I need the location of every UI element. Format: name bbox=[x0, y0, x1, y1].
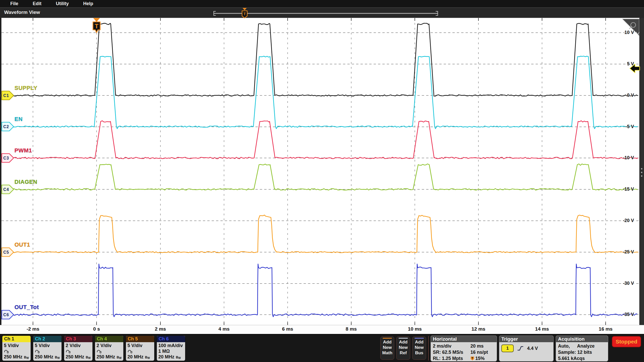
bottom-bar: Horizontal 2 ms/div20 msSR: 62.5 MS/s16 … bbox=[0, 334, 644, 362]
trigger-position-icon bbox=[470, 356, 474, 361]
view-title: Waveform View bbox=[4, 10, 40, 15]
divider bbox=[428, 336, 429, 360]
acquisition-panel-title: Acquisition bbox=[556, 336, 608, 342]
channel-badge-ch1[interactable]: Ch 15 V/div250 MHzBW bbox=[2, 335, 31, 361]
channel-badge-header: Ch 2 bbox=[33, 336, 62, 342]
menu-file[interactable]: File bbox=[10, 1, 18, 6]
probe-icon-row bbox=[35, 349, 60, 354]
x-axis-label: 2 ms bbox=[149, 326, 172, 332]
y-axis-label: 10 V bbox=[616, 30, 634, 35]
channel-badge-body: 2 V/div250 MHzBW bbox=[64, 342, 92, 360]
channel-scale: 2 V/div bbox=[97, 343, 122, 349]
rising-edge-icon bbox=[517, 345, 524, 351]
channel-bandwidth: 250 MHzBW bbox=[4, 354, 29, 360]
y-axis-label: 5 V bbox=[616, 61, 634, 67]
channel-badge-ch4[interactable]: Ch 42 V/div250 MHzBW bbox=[95, 335, 124, 361]
channel-badge-ch5[interactable]: Ch 55 V/div20 MHzBW bbox=[126, 335, 154, 361]
channel-badge-body: 5 V/div20 MHzBW bbox=[126, 342, 154, 360]
y-axis-label: -10 V bbox=[616, 155, 634, 161]
x-axis-label: 12 ms bbox=[467, 326, 490, 332]
add-new-bus-button[interactable]: AddNewBus bbox=[412, 337, 426, 360]
wave-label-diagen: DIAGEN bbox=[14, 179, 37, 185]
channel-badge-body: 100 mA/div1 MΩ20 MHzBW bbox=[157, 342, 185, 360]
y-axis-label: -35 V bbox=[616, 312, 634, 317]
horizontal-panel[interactable]: Horizontal 2 ms/div20 msSR: 62.5 MS/s16 … bbox=[431, 335, 497, 361]
horizontal-row: SR: 62.5 MS/s16 ns/pt bbox=[433, 349, 495, 355]
acquisition-mode: Auto, bbox=[558, 343, 570, 349]
wave-label-supply: SUPPLY bbox=[14, 85, 37, 91]
probe-icon bbox=[4, 349, 9, 354]
horizontal-value-right: 15% bbox=[470, 355, 485, 361]
horizontal-row: RL: 1.25 Mpts15% bbox=[433, 355, 495, 361]
add-new-ref-button[interactable]: AddNewRef bbox=[396, 337, 410, 360]
x-axis-label: 6 ms bbox=[276, 326, 299, 332]
acquisition-panel[interactable]: Acquisition Auto, Analyze Sample: 12 bit… bbox=[556, 335, 608, 361]
x-axis-label: 14 ms bbox=[530, 326, 554, 332]
button-accent bbox=[415, 338, 424, 339]
horizontal-value-right: 16 ns/pt bbox=[470, 349, 488, 355]
y-axis-label: -5 V bbox=[616, 124, 634, 129]
probe-icon bbox=[66, 349, 71, 354]
channel-badge-header: Ch 3 bbox=[64, 336, 92, 342]
horizontal-value-left: 2 ms/div bbox=[433, 343, 470, 349]
channel-badge-ch6[interactable]: Ch 6100 mA/div1 MΩ20 MHzBW bbox=[157, 335, 185, 361]
waveform-view-titlebar: Waveform View bbox=[0, 7, 644, 18]
probe-icon-row bbox=[127, 349, 153, 354]
plot-area[interactable] bbox=[2, 18, 639, 325]
trigger-level: 4.4 V bbox=[527, 345, 538, 351]
menu-help[interactable]: Help bbox=[83, 1, 93, 6]
channel-badge-header: Ch 4 bbox=[95, 336, 123, 342]
trigger-panel-title: Trigger bbox=[499, 336, 553, 342]
probe-icon bbox=[97, 349, 102, 354]
y-axis-label: 0 V bbox=[616, 93, 634, 98]
probe-icon-row bbox=[4, 349, 29, 354]
x-axis-label: 16 ms bbox=[594, 326, 617, 332]
channel-badge-header: Ch 5 bbox=[126, 336, 154, 342]
horizontal-panel-title: Horizontal bbox=[431, 336, 497, 342]
probe-icon-row bbox=[66, 349, 91, 354]
x-axis-label: 10 ms bbox=[403, 326, 426, 332]
horizontal-value-right: 20 ms bbox=[470, 343, 484, 349]
channel-badge-ch2[interactable]: Ch 25 V/div250 MHzBW bbox=[33, 335, 62, 361]
channel-bandwidth: 20 MHzBW bbox=[127, 354, 153, 360]
channel-badge-body: 5 V/div250 MHzBW bbox=[33, 342, 62, 360]
channel-scale: 2 V/div bbox=[66, 343, 91, 349]
wave-label-out_tot: OUT_Tot bbox=[14, 304, 39, 311]
channel-bandwidth: 250 MHzBW bbox=[35, 354, 60, 360]
wave-label-pwm1: PWM1 bbox=[14, 147, 32, 154]
horizontal-row: 2 ms/div20 ms bbox=[433, 343, 495, 349]
menu-utility[interactable]: Utility bbox=[56, 1, 69, 6]
button-accent bbox=[399, 338, 408, 339]
horizontal-value-left: SR: 62.5 MS/s bbox=[433, 349, 470, 355]
wave-label-out1: OUT1 bbox=[14, 241, 30, 248]
x-axis-label: 4 ms bbox=[212, 326, 236, 332]
acquisition-count: 5.661 kAcqs bbox=[558, 355, 606, 361]
y-axis-label: -20 V bbox=[616, 218, 634, 223]
x-axis-label: 0 s bbox=[85, 326, 108, 332]
channel-bandwidth: 20 MHzBW bbox=[158, 354, 184, 360]
button-accent bbox=[383, 338, 392, 339]
channel-bandwidth: 250 MHzBW bbox=[97, 354, 122, 360]
horizontal-value-left: RL: 1.25 Mpts bbox=[433, 355, 470, 361]
channel-badge-header: Ch 1 bbox=[2, 336, 31, 342]
probe-icon-row bbox=[97, 349, 122, 354]
run-stop-button[interactable]: Stopped bbox=[612, 336, 641, 347]
menu-edit[interactable]: Edit bbox=[33, 1, 41, 6]
channel-scale: 5 V/div bbox=[4, 343, 29, 349]
channel-scale: 5 V/div bbox=[35, 343, 60, 349]
add-new-math-button[interactable]: AddNewMath bbox=[380, 337, 394, 360]
y-axis-label: -25 V bbox=[616, 249, 634, 255]
y-axis-label: -15 V bbox=[616, 187, 634, 192]
channel-badge-body: 5 V/div250 MHzBW bbox=[2, 342, 31, 360]
channel-scale: 100 mA/div bbox=[158, 343, 184, 349]
channel-badge-ch3[interactable]: Ch 32 V/div250 MHzBW bbox=[64, 335, 93, 361]
channel-badge-header: Ch 6 bbox=[157, 336, 185, 342]
x-axis-label: -2 ms bbox=[21, 326, 45, 332]
channel-badge-body: 2 V/div250 MHzBW bbox=[95, 342, 123, 360]
trigger-panel[interactable]: Trigger 1 4.4 V bbox=[499, 335, 554, 361]
probe-icon bbox=[35, 349, 40, 354]
x-axis-label: 8 ms bbox=[340, 326, 363, 332]
trigger-source-badge[interactable]: 1 bbox=[501, 345, 514, 352]
channel-bandwidth: 250 MHzBW bbox=[66, 354, 91, 360]
acquisition-analyze: Analyze bbox=[577, 343, 595, 349]
